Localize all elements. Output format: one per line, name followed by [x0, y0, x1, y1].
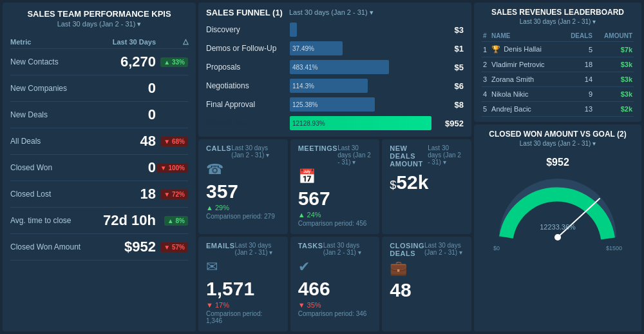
- lb-deals: 13: [562, 102, 594, 117]
- gauge-chart: 12233.36%: [493, 173, 622, 244]
- lb-deals: 14: [562, 72, 594, 87]
- leaderboard-table: # NAME DEALS AMOUNT 1🏆 Denis Hallai5$7k2…: [482, 30, 634, 117]
- funnel-row-amount: $8: [431, 100, 464, 110]
- funnel-row-label: Negotiations: [206, 81, 290, 90]
- calls-period[interactable]: Last 30 days (Jan 2 - 31) ▾: [231, 144, 280, 159]
- kpi-row: Closed Lost1872%: [10, 181, 188, 208]
- kpi-change-badge: 33%: [160, 57, 188, 67]
- kpi-change-badge: 8%: [164, 216, 188, 226]
- kpi-metric: New Deals: [10, 102, 93, 128]
- calls-comparison: Comparison period: 279: [206, 213, 280, 220]
- funnel-row-amount: $3: [431, 25, 464, 35]
- meetings-change: ▲ 24%: [298, 211, 372, 219]
- funnel-row-bar: [290, 23, 297, 37]
- kpi-change-badge: 100%: [157, 163, 188, 173]
- leaderboard-row: 2Vladimir Petrovic18$3k: [482, 57, 634, 72]
- funnel-row: Proposals483.41%$5: [206, 59, 464, 75]
- calendar-icon: 📅: [298, 168, 372, 185]
- funnel-row-amount: $5: [431, 63, 464, 72]
- new-deals-value: $52k: [390, 173, 464, 192]
- kpi-subtitle[interactable]: Last 30 days (Jan 2 - 31) ▾: [10, 20, 188, 28]
- calls-change: ▲ 29%: [206, 204, 280, 211]
- tasks-card: TASKS Last 30 days (Jan 2 - 31) ▾ ✔ 466 …: [290, 237, 380, 331]
- funnel-row: Discovery$3: [206, 21, 464, 38]
- lb-col-rank: #: [482, 30, 490, 42]
- stats-row-1: CALLS Last 30 days (Jan 2 - 31) ▾ ☎ 357 …: [198, 139, 471, 234]
- funnel-row-amount: $6: [431, 81, 464, 91]
- leaderboard-title: SALES REVENUES LEADERBOARD: [482, 8, 634, 17]
- lb-deals: 9: [562, 87, 594, 102]
- funnel-row-bar: 114.3%: [290, 79, 368, 93]
- kpi-metric: Closed Won: [10, 155, 93, 181]
- kpi-metric: Closed Won Amount: [10, 234, 93, 260]
- funnel-row-bar: 37.49%: [290, 41, 343, 55]
- funnel-row-bar: 125.38%: [290, 97, 375, 112]
- meetings-card: MEETINGS Last 30 days (Jan 2 - 31) ▾ 📅 5…: [290, 139, 380, 234]
- kpi-badge: 33%: [156, 49, 188, 75]
- lb-col-deals: DEALS: [562, 30, 594, 42]
- lb-rank: 2: [482, 57, 490, 72]
- lb-name: Vladimir Petrovic: [490, 57, 562, 72]
- meetings-comparison: Comparison period: 456: [298, 220, 372, 227]
- leaderboard-period[interactable]: Last 30 days (Jan 2 - 31) ▾: [482, 18, 634, 25]
- task-icon: ✔: [298, 259, 372, 275]
- emails-title: EMAILS: [206, 242, 235, 250]
- kpi-row: Closed Won0100%: [10, 155, 188, 181]
- kpi-value: 0: [93, 75, 156, 102]
- right-panel: SALES REVENUES LEADERBOARD Last 30 days …: [474, 3, 641, 331]
- col-delta: △: [156, 35, 188, 49]
- closing-deals-period[interactable]: Last 30 days (Jan 2 - 31) ▾: [424, 242, 464, 256]
- funnel-row-label: Demos or Follow-Up: [206, 44, 290, 53]
- funnel-row-bar: 483.41%: [290, 60, 389, 74]
- tasks-period[interactable]: Last 30 days (Jan 2 - 31) ▾: [323, 242, 372, 256]
- new-deals-card: NEW DEALS AMOUNT Last 30 days (Jan 2 - 3…: [382, 139, 471, 234]
- kpi-title: SALES TEAM PERFORMANCE KPIS: [10, 9, 188, 19]
- leaderboard-panel: SALES REVENUES LEADERBOARD Last 30 days …: [474, 3, 641, 122]
- funnel-row-bar-container: 483.41%: [290, 60, 431, 74]
- funnel-period[interactable]: Last 30 days (Jan 2 - 31) ▾: [289, 8, 374, 17]
- gauge-number: 952: [552, 157, 569, 168]
- calls-card: CALLS Last 30 days (Jan 2 - 31) ▾ ☎ 357 …: [198, 139, 288, 234]
- emails-period[interactable]: Last 30 days (Jan 2 - 31) ▾: [235, 242, 280, 256]
- gauge-period[interactable]: Last 30 days (Jan 2 - 31) ▾: [520, 140, 596, 147]
- meetings-value: 567: [298, 189, 372, 208]
- funnel-row: Demos or Follow-Up37.49%$1: [206, 40, 464, 57]
- kpi-change-badge: 57%: [160, 242, 188, 252]
- kpi-value: 48: [93, 128, 156, 155]
- dashboard: SALES TEAM PERFORMANCE KPIS Last 30 days…: [0, 0, 644, 334]
- kpi-value: 18: [93, 181, 156, 208]
- kpi-table: Metric Last 30 Days △ New Contacts6,2703…: [10, 35, 188, 260]
- new-deals-title: NEW DEALS AMOUNT: [390, 144, 428, 168]
- funnel-row-bar: 12128.93%: [290, 116, 431, 130]
- funnel-row-bar-container: 12128.93%: [290, 116, 431, 130]
- funnel-row: Final Approval125.38%$8: [206, 96, 464, 113]
- stats-row-2: EMAILS Last 30 days (Jan 2 - 31) ▾ ✉ 1,5…: [198, 237, 471, 331]
- kpi-badge: 68%: [156, 128, 188, 155]
- leaderboard-row: 4Nikola Nikic9$3k: [482, 87, 634, 102]
- kpi-value: 0: [93, 155, 156, 181]
- tasks-value: 466: [298, 279, 372, 299]
- kpi-value: 0: [93, 102, 156, 128]
- closing-deals-value: 48: [390, 280, 464, 300]
- funnel-row-bar-container: [290, 23, 431, 37]
- lb-amount: $3k: [594, 57, 634, 72]
- lb-deals: 5: [562, 42, 594, 57]
- kpi-metric: New Contacts: [10, 49, 93, 75]
- funnel-row-label: Proposals: [206, 63, 290, 72]
- briefcase-icon: 💼: [390, 260, 464, 277]
- kpi-metric: Closed Lost: [10, 181, 93, 208]
- kpi-metric: Avg. time to close: [10, 208, 93, 234]
- new-deals-number: 52k: [396, 172, 428, 193]
- kpi-badge: 57%: [156, 234, 188, 260]
- tasks-title: TASKS: [298, 242, 323, 250]
- funnel-row: Negotiations114.3%$6: [206, 77, 464, 94]
- funnel-row-bar-container: 37.49%: [290, 41, 431, 55]
- meetings-period[interactable]: Last 30 days (Jan 2 - 31) ▾: [337, 144, 372, 166]
- gauge-panel: CLOSED WON AMOUNT VS GOAL (2) Last 30 da…: [474, 124, 641, 331]
- funnel-bar-label: 37.49%: [292, 45, 314, 52]
- emails-card: EMAILS Last 30 days (Jan 2 - 31) ▾ ✉ 1,5…: [198, 237, 288, 331]
- meetings-title: MEETINGS: [298, 144, 337, 152]
- funnel-bar-label: 114.3%: [292, 83, 314, 90]
- new-deals-period[interactable]: Last 30 days (Jan 2 - 31) ▾: [428, 144, 464, 166]
- kpi-row: New Companies0: [10, 75, 188, 102]
